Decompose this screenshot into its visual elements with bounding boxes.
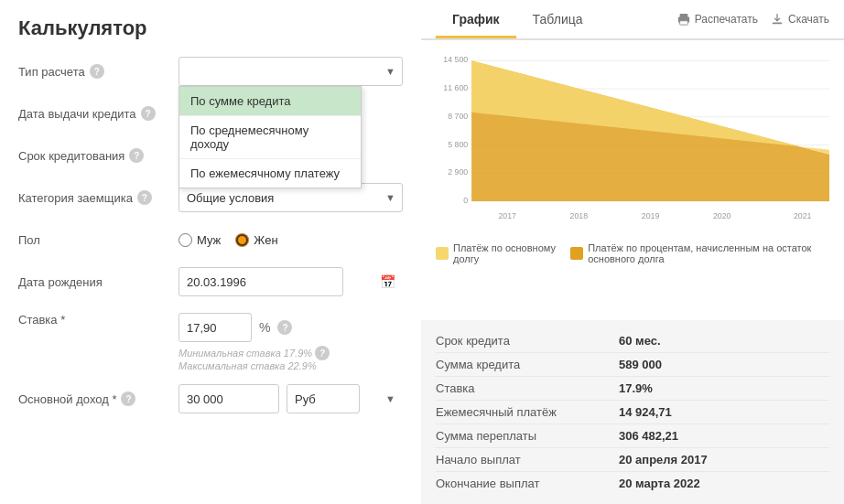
legend-principal: Платёж по основному долгу [436, 242, 556, 264]
legend-interest-swatch [570, 247, 583, 260]
summary-key-5: Начало выплат [436, 453, 619, 466]
type-option-monthly[interactable]: По среднемесячному доходу [179, 116, 361, 159]
type-option-sum[interactable]: По сумме кредита [179, 87, 361, 116]
summary-key-3: Ежемесячный платёж [436, 405, 619, 419]
type-dropdown-wrapper: ▼ По сумме кредита По среднемесячному до… [179, 57, 403, 86]
summary-value-2: 17.9% [619, 381, 653, 395]
birthdate-input-wrapper: 📅 [179, 267, 403, 296]
legend-principal-swatch [436, 247, 449, 260]
birthdate-control: 📅 [179, 267, 403, 296]
calendar-icon: 📅 [380, 274, 395, 289]
print-button[interactable]: Распечатать [677, 13, 758, 26]
summary-key-2: Ставка [436, 381, 619, 395]
type-help-icon[interactable]: ? [90, 64, 104, 79]
rate-max-hint: Максимальная ставка 22.9% [179, 360, 403, 371]
calculator-title: Калькулятор [18, 16, 403, 40]
percent-label: % [259, 320, 270, 335]
type-dropdown[interactable] [179, 57, 403, 86]
income-label: Основной доход * ? [18, 391, 179, 406]
type-label: Тип расчета ? [18, 64, 179, 79]
svg-text:2021: 2021 [794, 210, 812, 220]
rate-row: Ставка * % ? Минимальная ставка 17.9% ? … [18, 309, 403, 371]
birthdate-input[interactable] [179, 267, 343, 296]
tab-actions: Распечатать Скачать [677, 13, 829, 26]
svg-text:8 700: 8 700 [448, 112, 468, 121]
download-icon [771, 13, 784, 26]
income-input[interactable] [179, 384, 279, 413]
print-icon [677, 13, 690, 26]
chart-svg: 14 500 11 600 8 700 5 800 2 900 0 2017 2… [436, 51, 829, 234]
svg-text:14 500: 14 500 [443, 55, 468, 64]
rate-min-hint: Минимальная ставка 17.9% ? [179, 346, 403, 360]
summary-value-6: 20 марта 2022 [619, 477, 700, 490]
summary-key-4: Сумма переплаты [436, 429, 619, 443]
rate-label: Ставка * [18, 313, 179, 327]
rate-control: % ? Минимальная ставка 17.9% ? Максималь… [179, 313, 403, 371]
download-button[interactable]: Скачать [771, 13, 829, 26]
svg-text:2018: 2018 [570, 210, 589, 220]
svg-text:5 800: 5 800 [448, 139, 468, 148]
income-help-icon[interactable]: ? [121, 391, 135, 406]
rate-min-help-icon[interactable]: ? [315, 346, 330, 360]
income-row: Основной доход * ? РубUSDEUR ▼ [18, 384, 403, 413]
currency-select[interactable]: РубUSDEUR [287, 384, 360, 413]
term-label: Срок кредитования ? [18, 148, 179, 163]
gender-male-option[interactable]: Муж [179, 233, 221, 247]
svg-rect-4 [773, 23, 783, 25]
legend-interest: Платёж по процентам, начисленным на оста… [570, 242, 829, 264]
rate-input[interactable] [179, 313, 252, 342]
tab-chart[interactable]: График [436, 3, 516, 38]
type-control: ▼ По сумме кредита По среднемесячному до… [179, 57, 403, 86]
gender-control: Муж Жен [179, 233, 403, 247]
category-help-icon[interactable]: ? [137, 190, 152, 205]
birthdate-row: Дата рождения 📅 [18, 267, 403, 296]
svg-text:11 600: 11 600 [443, 83, 468, 92]
summary-key-6: Окончание выплат [436, 477, 619, 490]
gender-male-radio[interactable] [179, 233, 192, 247]
summary-row-4: Сумма переплаты 306 482,21 [436, 424, 829, 448]
summary-value-3: 14 924,71 [619, 405, 672, 419]
birthdate-label: Дата рождения [18, 275, 179, 289]
currency-arrow-icon: ▼ [385, 393, 395, 404]
tab-table[interactable]: Таблица [516, 3, 600, 38]
left-panel: Калькулятор Тип расчета ? ▼ По сумме кре… [0, 0, 421, 504]
type-dropdown-popup: По сумме кредита По среднемесячному дохо… [179, 86, 362, 188]
income-input-row: РубUSDEUR ▼ [179, 384, 403, 413]
credit-date-help-icon[interactable]: ? [141, 106, 156, 121]
svg-text:2020: 2020 [713, 210, 731, 220]
summary-value-0: 60 мес. [619, 334, 661, 348]
svg-rect-2 [679, 21, 687, 25]
summary-row-0: Срок кредита 60 мес. [436, 329, 829, 353]
summary-table: Срок кредита 60 мес. Сумма кредита 589 0… [421, 320, 844, 504]
summary-key-1: Сумма кредита [436, 358, 619, 371]
summary-row-6: Окончание выплат 20 марта 2022 [436, 472, 829, 495]
summary-value-5: 20 апреля 2017 [619, 453, 708, 466]
category-label: Категория заемщика ? [18, 190, 179, 205]
term-help-icon[interactable]: ? [129, 148, 144, 163]
summary-key-0: Срок кредита [436, 334, 619, 348]
svg-text:0: 0 [463, 196, 468, 205]
income-control: РубUSDEUR ▼ [179, 384, 403, 413]
rate-help-icon[interactable]: ? [277, 320, 292, 335]
summary-value-4: 306 482,21 [619, 429, 678, 443]
summary-row-1: Сумма кредита 589 000 [436, 353, 829, 377]
gender-row: Пол Муж Жен [18, 225, 403, 254]
right-panel: График Таблица Распечатать Скачать [421, 0, 844, 504]
currency-dropdown-wrapper: РубUSDEUR ▼ [287, 384, 403, 413]
svg-text:2 900: 2 900 [448, 167, 468, 177]
gender-radio-group: Муж Жен [179, 233, 403, 247]
svg-text:2017: 2017 [498, 210, 516, 220]
tabs-bar: График Таблица Распечатать Скачать [421, 0, 844, 40]
type-option-payment[interactable]: По ежемесячному платежу [179, 159, 361, 188]
svg-text:2019: 2019 [642, 210, 660, 220]
summary-row-5: Начало выплат 20 апреля 2017 [436, 448, 829, 472]
summary-row-3: Ежемесячный платёж 14 924,71 [436, 401, 829, 424]
chart-legend: Платёж по основному долгу Платёж по проц… [436, 242, 829, 264]
summary-value-1: 589 000 [619, 358, 662, 371]
chart-area: 14 500 11 600 8 700 5 800 2 900 0 2017 2… [421, 40, 844, 320]
rate-hints: Минимальная ставка 17.9% ? Максимальная … [179, 346, 403, 371]
type-row: Тип расчета ? ▼ По сумме кредита По сред… [18, 57, 403, 86]
gender-female-radio[interactable] [235, 233, 249, 247]
gender-female-option[interactable]: Жен [235, 233, 277, 247]
rate-input-row: % ? [179, 313, 403, 342]
